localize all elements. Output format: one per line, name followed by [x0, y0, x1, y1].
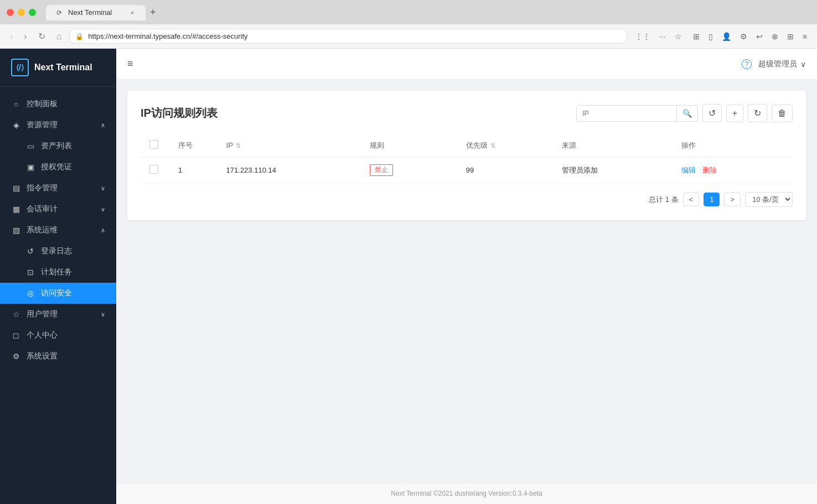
key-icon: ▣ — [25, 163, 35, 172]
extensions-button[interactable]: ⋮⋮ — [632, 30, 654, 43]
refresh-button[interactable]: ↻ — [748, 104, 767, 122]
user-info[interactable]: 超级管理员 ∨ — [758, 59, 806, 69]
refresh-button[interactable]: ↻ — [35, 29, 49, 44]
close-button[interactable] — [7, 9, 14, 16]
sidebar-item-label: 控制面板 — [27, 99, 58, 109]
search-button[interactable]: 🔍 — [676, 106, 697, 121]
browser-toolbar-actions: ⊞ ▯ 👤 ⚙ ↩ ⊗ ⊞ ≡ — [690, 30, 810, 43]
col-header-checkbox — [141, 133, 169, 158]
sidebar-item-credential[interactable]: ▣ 授权凭证 — [0, 157, 116, 178]
main-content: ≡ ? 超级管理员 ∨ IP访问规则列表 — [116, 49, 817, 504]
ip-sort-icon[interactable]: ⇅ — [236, 142, 241, 149]
menu-btn[interactable]: ≡ — [799, 30, 810, 43]
current-page-button[interactable]: 1 — [704, 193, 720, 206]
edit-button[interactable]: 编辑 — [681, 166, 696, 174]
logo-text: Next Terminal — [34, 63, 92, 72]
delete-selected-button[interactable]: 🗑 — [772, 105, 793, 122]
help-icon[interactable]: ? — [742, 59, 752, 69]
browser-titlebar: ⟳ Next Terminal × + — [0, 0, 817, 24]
search-input[interactable] — [577, 106, 676, 121]
sidebar-button[interactable]: ▯ — [705, 30, 716, 43]
sidebar: ⟨/⟩ Next Terminal ○ 控制面板 ◈ 资源管理 ∧ ▭ 资产列表 — [0, 49, 116, 504]
delete-button[interactable]: 删除 — [702, 166, 717, 174]
home-button[interactable]: ⌂ — [53, 29, 65, 44]
account-button[interactable]: 👤 — [718, 30, 735, 43]
total-text: 总计 1 条 — [649, 195, 678, 205]
forward-button[interactable]: › — [20, 29, 30, 44]
footer-text: Next Terminal ©2021 dushixiang Version:0… — [391, 490, 542, 497]
row-rule-cell: 禁止 — [361, 158, 457, 183]
select-all-checkbox[interactable] — [149, 140, 158, 149]
ip-rules-table: 序号 IP ⇅ 规则 — [141, 133, 793, 183]
new-tab-button[interactable]: + — [146, 4, 161, 20]
sidebar-item-session[interactable]: ▦ 会话审计 ∨ — [0, 199, 116, 220]
personal-icon: ◻ — [11, 331, 21, 340]
settings-icon: ⚙ — [11, 352, 21, 361]
sidebar-item-personal[interactable]: ◻ 个人中心 — [0, 325, 116, 346]
arrow-icon: ∧ — [101, 227, 105, 234]
row-ip: 171.223.110.14 — [226, 166, 276, 174]
sidebar-item-dashboard[interactable]: ○ 控制面板 — [0, 93, 116, 115]
puzzle-btn[interactable]: ⊞ — [784, 30, 797, 43]
sidebar-nav: ○ 控制面板 ◈ 资源管理 ∧ ▭ 资产列表 ▣ 授权凭证 ▤ — [0, 87, 116, 504]
main-header: ≡ ? 超级管理员 ∨ — [116, 49, 817, 80]
row-source: 管理员添加 — [562, 166, 598, 174]
app-layout: ⟨/⟩ Next Terminal ○ 控制面板 ◈ 资源管理 ∧ ▭ 资产列表 — [0, 49, 817, 504]
next-page-button[interactable]: > — [724, 193, 741, 206]
tab-title: Next Terminal — [68, 8, 112, 17]
stop-btn[interactable]: ⊗ — [768, 30, 782, 43]
sidebar-item-login-log[interactable]: ↺ 登录日志 — [0, 241, 116, 262]
prev-page-button[interactable]: < — [683, 193, 700, 206]
sidebar-item-label: 会话审计 — [27, 204, 58, 214]
library-button[interactable]: ⊞ — [690, 30, 703, 43]
browser-nav: ‹ › ↻ ⌂ 🔒 https://next-terminal.typesafe… — [0, 24, 817, 49]
header-left: ≡ — [127, 58, 133, 70]
sidebar-item-task[interactable]: ⊡ 计划任务 — [0, 262, 116, 283]
maximize-button[interactable] — [29, 9, 36, 16]
sidebar-item-access-security[interactable]: ◎ 访问安全 — [0, 283, 116, 304]
priority-sort-icon[interactable]: ⇅ — [490, 142, 495, 149]
active-tab[interactable]: ⟳ Next Terminal × — [46, 5, 146, 20]
sidebar-item-asset-list[interactable]: ▭ 资产列表 — [0, 136, 116, 157]
sidebar-item-settings[interactable]: ⚙ 系统设置 — [0, 346, 116, 367]
back-btn2[interactable]: ↩ — [753, 30, 766, 43]
tab-bar: ⟳ Next Terminal × + — [40, 4, 810, 20]
sync-button[interactable]: ⚙ — [737, 30, 751, 43]
add-button[interactable]: + — [726, 105, 743, 122]
row-checkbox[interactable] — [149, 165, 158, 174]
sidebar-item-label: 计划任务 — [41, 267, 72, 277]
monitor-icon: ▭ — [25, 142, 35, 150]
resource-icon: ◈ — [11, 121, 21, 129]
sidebar-item-label: 资源管理 — [27, 120, 58, 130]
sidebar-item-user-mgmt[interactable]: ☆ 用户管理 ∨ — [0, 304, 116, 325]
reset-filter-button[interactable]: ↺ — [702, 104, 722, 122]
user-dropdown-icon: ∨ — [800, 60, 806, 69]
arrow-icon: ∨ — [101, 206, 105, 213]
traffic-lights — [7, 9, 36, 16]
address-bar[interactable]: 🔒 https://next-terminal.typesafe.cn/#/ac… — [69, 29, 627, 44]
sidebar-item-command[interactable]: ▤ 指令管理 ∨ — [0, 178, 116, 199]
tab-close-button[interactable]: × — [128, 8, 137, 17]
command-icon: ▤ — [11, 184, 21, 193]
col-header-priority: 优先级 ⇅ — [457, 133, 553, 158]
row-source-cell: 管理员添加 — [553, 158, 673, 183]
arrow-icon: ∨ — [101, 311, 105, 318]
rule-badge: 禁止 — [370, 164, 393, 176]
col-header-action: 操作 — [673, 133, 793, 158]
tab-favicon-icon: ⟳ — [55, 8, 64, 17]
col-rule-label: 规则 — [370, 141, 384, 149]
sidebar-item-ops[interactable]: ▧ 系统运维 ∧ — [0, 220, 116, 241]
page-size-select[interactable]: 10 条/页 — [745, 192, 793, 207]
table-body: 1 171.223.110.14 禁止 99 — [141, 158, 793, 183]
bookmark-button[interactable]: ☆ — [671, 30, 685, 43]
security-icon: ◎ — [25, 289, 35, 298]
sidebar-item-label: 系统设置 — [27, 351, 58, 361]
back-button[interactable]: ‹ — [7, 29, 16, 44]
minimize-button[interactable] — [18, 9, 25, 16]
menu-toggle-button[interactable]: ≡ — [127, 58, 133, 70]
task-icon: ⊡ — [25, 268, 35, 277]
sidebar-item-resource[interactable]: ◈ 资源管理 ∧ — [0, 115, 116, 136]
arrow-icon: ∧ — [101, 122, 105, 129]
more-button[interactable]: ··· — [656, 30, 669, 43]
sidebar-item-label: 登录日志 — [41, 246, 72, 256]
